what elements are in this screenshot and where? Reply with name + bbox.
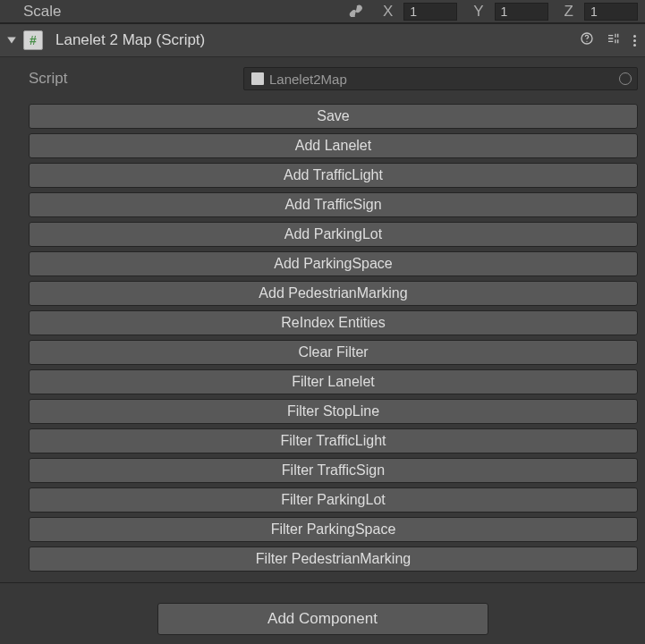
scale-y-field[interactable] — [495, 3, 548, 21]
axis-y-label: Y — [473, 3, 483, 21]
script-object-value: Lanelet2Map — [269, 72, 347, 87]
action-button-add-lanelet[interactable]: Add Lanelet — [29, 133, 638, 158]
action-button-filter-pedestrianmarking[interactable]: Filter PedestrianMarking — [29, 547, 638, 572]
csharp-mini-icon — [251, 72, 264, 85]
action-button-reindex-entities[interactable]: ReIndex Entities — [29, 310, 638, 335]
script-icon: # — [23, 30, 43, 50]
footer: Add Component — [0, 582, 645, 644]
action-button-filter-trafficlight[interactable]: Filter TrafficLight — [29, 428, 638, 453]
component-header: # Lanelet 2 Map (Script) — [0, 23, 645, 57]
action-button-add-trafficsign[interactable]: Add TrafficSign — [29, 192, 638, 217]
help-icon[interactable] — [580, 31, 594, 49]
foldout-toggle[interactable] — [5, 34, 18, 47]
context-menu-icon[interactable] — [633, 35, 636, 47]
component-title: Lanelet 2 Map (Script) — [55, 31, 580, 49]
add-component-button[interactable]: Add Component — [157, 603, 488, 635]
action-button-filter-parkingspace[interactable]: Filter ParkingSpace — [29, 517, 638, 542]
scale-row: Scale X Y Z — [0, 0, 645, 23]
action-button-filter-lanelet[interactable]: Filter Lanelet — [29, 369, 638, 394]
action-button-save[interactable]: Save — [29, 104, 638, 129]
action-button-clear-filter[interactable]: Clear Filter — [29, 340, 638, 365]
action-button-add-pedestrianmarking[interactable]: Add PedestrianMarking — [29, 281, 638, 306]
scale-label: Scale — [7, 3, 62, 21]
action-button-filter-stopline[interactable]: Filter StopLine — [29, 399, 638, 424]
action-button-add-parkinglot[interactable]: Add ParkingLot — [29, 222, 638, 247]
action-button-add-parkingspace[interactable]: Add ParkingSpace — [29, 251, 638, 276]
axis-x-label: X — [383, 3, 393, 21]
link-icon[interactable] — [349, 4, 367, 19]
action-button-filter-parkinglot[interactable]: Filter ParkingLot — [29, 487, 638, 513]
script-field-row: Script Lanelet2Map — [29, 66, 638, 91]
script-field-label: Script — [29, 70, 243, 88]
preset-icon[interactable] — [607, 31, 621, 49]
scale-z-field[interactable] — [584, 3, 638, 21]
action-button-add-trafficlight[interactable]: Add TrafficLight — [29, 163, 638, 188]
scale-x-field[interactable] — [403, 3, 457, 21]
svg-point-1 — [586, 41, 587, 42]
action-button-filter-trafficsign[interactable]: Filter TrafficSign — [29, 458, 638, 483]
button-column: SaveAdd LaneletAdd TrafficLightAdd Traff… — [7, 104, 638, 572]
axis-z-label: Z — [564, 3, 573, 21]
component-body: Script Lanelet2Map SaveAdd LaneletAdd Tr… — [0, 57, 645, 582]
script-object-field[interactable]: Lanelet2Map — [243, 67, 638, 90]
object-picker-icon[interactable] — [619, 72, 632, 85]
